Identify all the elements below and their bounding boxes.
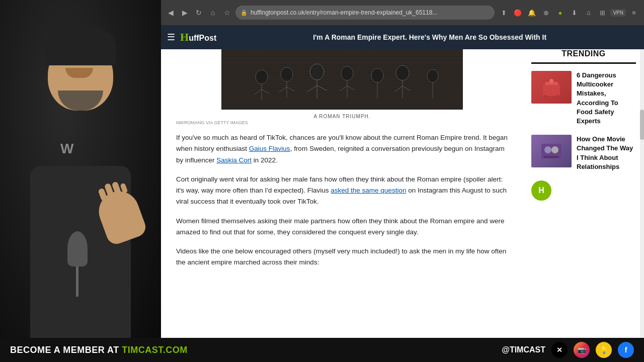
svg-line-15 bbox=[340, 86, 347, 91]
svg-line-7 bbox=[279, 87, 287, 92]
article-image-container bbox=[176, 49, 508, 112]
address-text: huffingtonpost.co.uk/entry/roman-empire-… bbox=[251, 9, 490, 16]
svg-line-4 bbox=[262, 89, 269, 94]
webcam-person: W bbox=[0, 0, 161, 342]
timcast-handle: @TIMCAST bbox=[502, 345, 545, 354]
article-paragraph-1: If you've so much as heard of TikTok, ch… bbox=[176, 132, 508, 166]
article-paragraph-4: Videos like the one below encouraged oth… bbox=[176, 246, 508, 268]
svg-rect-36 bbox=[544, 156, 559, 158]
svg-line-3 bbox=[254, 89, 262, 95]
image-caption: A ROMAN TRIUMPH. bbox=[176, 114, 508, 119]
svg-rect-28 bbox=[543, 84, 560, 96]
forward-button[interactable]: ▶ bbox=[179, 7, 190, 18]
instagram-icon[interactable]: 📷 bbox=[574, 342, 590, 358]
share-button[interactable]: ⬆ bbox=[498, 7, 510, 19]
article-paragraph-3: Women filmed themselves asking their mal… bbox=[176, 216, 508, 238]
svg-rect-31 bbox=[544, 95, 547, 98]
refresh-button[interactable]: ↻ bbox=[193, 7, 204, 18]
svg-rect-32 bbox=[556, 95, 559, 98]
svg-point-35 bbox=[551, 146, 558, 153]
lightbulb-icon[interactable]: 💡 bbox=[596, 342, 612, 358]
svg-line-8 bbox=[287, 87, 294, 91]
huffpost-sidebar-logo: H bbox=[531, 180, 551, 201]
apps-button[interactable]: ⊞ bbox=[596, 7, 608, 19]
svg-line-12 bbox=[317, 85, 327, 90]
svg-point-23 bbox=[427, 69, 438, 82]
become-member-text: BECOME A MEMBER AT TIMCAST.COM bbox=[10, 345, 188, 355]
browser-toolbar: ◀ ▶ ↻ ⌂ ☆ 🔒 huffingtonpost.co.uk/entry/r… bbox=[161, 0, 644, 25]
image-credit: MIKROMANG VIA GETTY IMAGES bbox=[176, 120, 508, 125]
svg-line-16 bbox=[347, 86, 355, 90]
notifications-button[interactable]: 🔔 bbox=[526, 7, 538, 19]
svg-line-11 bbox=[307, 85, 317, 92]
trending-thumb-1 bbox=[531, 71, 572, 104]
microphone bbox=[67, 231, 88, 266]
trending-item-1[interactable]: 6 Dangerous Multicooker Mistakes, Accord… bbox=[531, 71, 636, 126]
trending-title-2: How One Movie Changed The Way I Think Ab… bbox=[577, 135, 636, 171]
address-bar[interactable]: 🔒 huffingtonpost.co.uk/entry/roman-empir… bbox=[235, 6, 495, 20]
gaius-flavius-link[interactable]: Gaius Flavius bbox=[249, 145, 290, 152]
addon-button[interactable]: ⊕ bbox=[540, 7, 552, 19]
bottom-bar: BECOME A MEMBER AT TIMCAST.COM @TIMCAST … bbox=[0, 338, 644, 362]
extensions-button[interactable]: 🔴 bbox=[512, 7, 524, 19]
lock-icon: 🔒 bbox=[240, 10, 248, 16]
twitter-x-icon[interactable]: ✕ bbox=[551, 342, 568, 358]
vpn-badge: VPN bbox=[610, 9, 626, 17]
facebook-icon[interactable]: f bbox=[618, 342, 634, 358]
article-paragraph-2: Cort originally went viral for asking he… bbox=[176, 174, 508, 208]
roman-triumph-image bbox=[221, 49, 463, 110]
main-content: A ROMAN TRIUMPH. MIKROMANG VIA GETTY IMA… bbox=[161, 49, 644, 338]
person-beanie bbox=[45, 25, 116, 65]
svg-point-19 bbox=[396, 65, 409, 80]
scrollbar-track bbox=[640, 49, 644, 338]
mic-stand bbox=[76, 266, 78, 297]
webcam-overlay: W bbox=[0, 0, 161, 342]
svg-point-1 bbox=[256, 70, 268, 84]
svg-point-13 bbox=[341, 66, 353, 80]
social-icons: @TIMCAST ✕ 📷 💡 f bbox=[502, 342, 634, 358]
trending-thumb-2 bbox=[531, 135, 572, 167]
browser-icons-right: ⬆ 🔴 🔔 ⊕ ● ⬇ ♫ ⊞ VPN ≡ bbox=[498, 7, 640, 19]
roman-image-svg bbox=[221, 49, 463, 110]
site-header: ☰ HuffPost I'm A Roman Empire Expert. He… bbox=[161, 25, 644, 49]
movie-icon bbox=[539, 139, 564, 164]
site-title: I'm A Roman Empire Expert. Here's Why Me… bbox=[221, 33, 638, 41]
svg-rect-0 bbox=[221, 49, 463, 110]
trending-item-2[interactable]: How One Movie Changed The Way I Think Ab… bbox=[531, 135, 636, 171]
saskia-cort-link[interactable]: Saskia Cort bbox=[216, 156, 252, 164]
become-text: BECOME A MEMBER AT bbox=[10, 345, 122, 355]
music-button[interactable]: ♫ bbox=[582, 7, 594, 19]
svg-line-21 bbox=[395, 86, 403, 92]
save-button[interactable]: ⬇ bbox=[568, 7, 580, 19]
menu-button[interactable]: ≡ bbox=[628, 7, 640, 19]
svg-line-22 bbox=[403, 86, 410, 90]
back-button[interactable]: ◀ bbox=[165, 7, 176, 18]
multicooker-icon bbox=[539, 75, 564, 100]
hamburger-icon[interactable]: ☰ bbox=[167, 32, 175, 43]
browser-window: ◀ ▶ ↻ ⌂ ☆ 🔒 huffingtonpost.co.uk/entry/r… bbox=[161, 0, 644, 362]
scrollbar-thumb[interactable] bbox=[640, 110, 644, 140]
home-button[interactable]: ⌂ bbox=[207, 7, 218, 18]
trending-title-1: 6 Dangerous Multicooker Mistakes, Accord… bbox=[577, 71, 636, 126]
article-body: A ROMAN TRIUMPH. MIKROMANG VIA GETTY IMA… bbox=[161, 49, 523, 338]
profile-button[interactable]: ● bbox=[554, 7, 566, 19]
svg-point-17 bbox=[371, 68, 383, 82]
trending-label: TRENDING bbox=[531, 49, 636, 64]
svg-point-5 bbox=[281, 67, 293, 81]
svg-point-34 bbox=[544, 146, 551, 153]
timcast-url[interactable]: TIMCAST.COM bbox=[122, 345, 188, 355]
bookmark-button[interactable]: ☆ bbox=[221, 7, 232, 18]
svg-point-30 bbox=[549, 79, 553, 83]
sidebar: TRENDING 6 Dangerous Multicooker Mistake… bbox=[523, 49, 644, 338]
svg-point-9 bbox=[310, 64, 324, 80]
huffpost-logo: HuffPost bbox=[180, 31, 216, 44]
asked-same-question-link[interactable]: asked the same question bbox=[331, 187, 406, 194]
